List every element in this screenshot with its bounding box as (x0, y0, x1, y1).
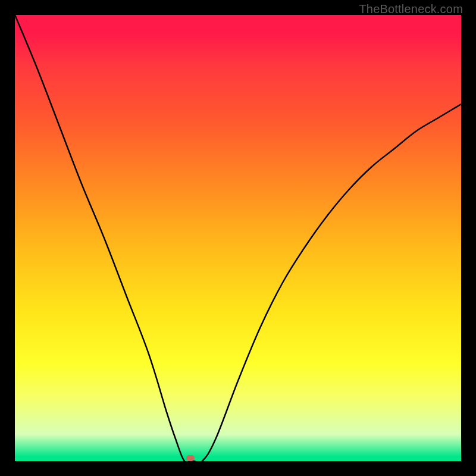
chart-plot-area (15, 15, 461, 461)
watermark-text: TheBottleneck.com (359, 2, 463, 16)
optimal-point-marker (186, 455, 195, 461)
bottleneck-curve (15, 15, 461, 461)
